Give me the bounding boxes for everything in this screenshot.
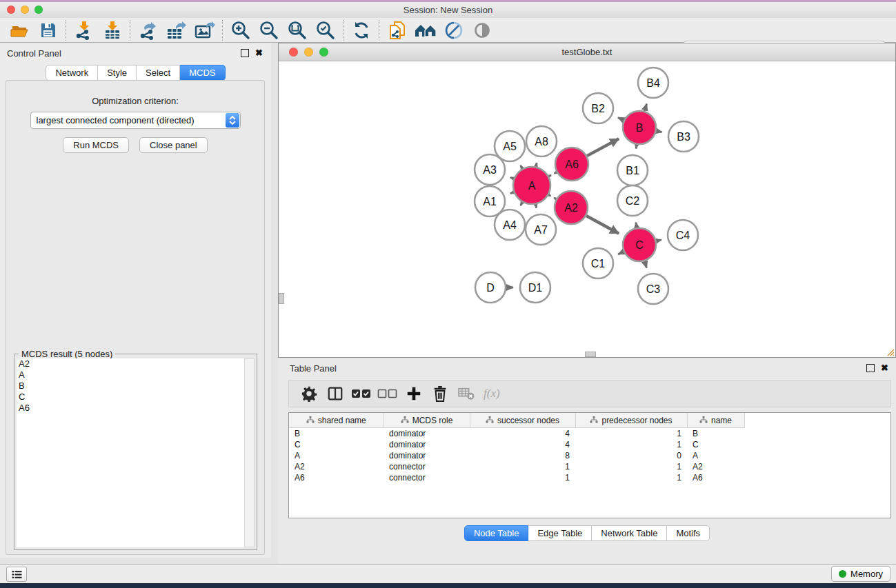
add-column-icon[interactable] — [402, 383, 426, 404]
edge-A-A8[interactable] — [536, 163, 537, 166]
column-header-predecessor-nodes[interactable]: predecessor nodes — [575, 413, 687, 428]
result-item-a6[interactable]: A6 — [17, 403, 245, 414]
result-item-a[interactable]: A — [17, 369, 245, 381]
cell-name[interactable]: C — [687, 439, 744, 450]
new-network-from-selection-icon[interactable] — [383, 19, 411, 41]
cell-MCDS-role[interactable]: dominator — [384, 439, 470, 450]
delete-columns-icon[interactable] — [428, 383, 452, 404]
edge-A-A3[interactable] — [510, 177, 514, 179]
cell-successor-nodes[interactable]: 4 — [470, 428, 575, 440]
column-header-successor-nodes[interactable]: successor nodes — [470, 413, 575, 428]
float-panel-icon[interactable] — [241, 49, 249, 57]
edge-A-A6[interactable] — [549, 175, 551, 176]
first-neighbors-icon[interactable] — [411, 19, 439, 41]
edge-A-A4[interactable] — [521, 202, 523, 205]
result-item-a2[interactable]: A2 — [17, 358, 245, 369]
edge-B-B3[interactable] — [656, 131, 661, 132]
cell-name[interactable]: A2 — [687, 461, 744, 472]
cell-predecessor-nodes[interactable]: 1 — [575, 472, 687, 483]
edge-B-B1[interactable] — [636, 145, 637, 149]
tab-network-table[interactable]: Network Table — [592, 525, 667, 541]
cell-predecessor-nodes[interactable]: 1 — [575, 439, 687, 450]
cell-predecessor-nodes[interactable]: 1 — [575, 428, 687, 440]
zoom-out-icon[interactable] — [255, 19, 283, 41]
cell-name[interactable]: B — [687, 428, 744, 440]
save-session-icon[interactable] — [34, 19, 62, 41]
task-history-button[interactable] — [6, 567, 27, 582]
memory-button[interactable]: Memory — [831, 566, 890, 582]
delete-table-icon[interactable] — [455, 383, 478, 404]
cell-shared-name[interactable]: A — [289, 450, 384, 461]
cell-shared-name[interactable]: A2 — [289, 461, 384, 472]
close-panel-button[interactable]: Close panel — [139, 137, 208, 153]
network-window-titlebar[interactable]: testGlobe.txt — [279, 43, 895, 61]
cell-predecessor-nodes[interactable]: 1 — [575, 461, 687, 472]
tab-mcds[interactable]: MCDS — [180, 65, 225, 81]
cell-name[interactable]: A6 — [687, 472, 744, 483]
criterion-dropdown[interactable]: largest connected component (directed) — [30, 112, 241, 129]
import-network-icon[interactable] — [70, 19, 98, 41]
cell-shared-name[interactable]: C — [289, 439, 384, 450]
zoom-fit-icon[interactable] — [283, 19, 311, 41]
result-item-c[interactable]: C — [17, 392, 245, 403]
refresh-layout-icon[interactable] — [347, 19, 375, 41]
cell-predecessor-nodes[interactable]: 0 — [575, 450, 687, 461]
zoom-selected-icon[interactable] — [311, 19, 339, 41]
cell-MCDS-role[interactable]: connector — [384, 461, 470, 472]
vertical-scrollbar-thumb[interactable] — [279, 293, 284, 304]
table-row[interactable]: Adominator80A — [289, 450, 890, 461]
result-scrollbar[interactable] — [244, 358, 255, 547]
mcds-result-list[interactable]: A2ABCA6 — [17, 358, 245, 547]
column-header-shared-name[interactable]: shared name — [289, 413, 384, 428]
table-panel-layout-icon[interactable] — [323, 383, 347, 404]
select-all-icon[interactable] — [350, 383, 373, 404]
export-image-icon[interactable] — [190, 19, 219, 41]
deselect-all-icon[interactable] — [376, 383, 399, 404]
edge-C-C4[interactable] — [656, 240, 661, 241]
resize-grip[interactable] — [885, 347, 895, 356]
cell-MCDS-role[interactable]: dominator — [384, 450, 470, 461]
edge-A-A7[interactable] — [536, 204, 537, 207]
cell-successor-nodes[interactable]: 8 — [470, 450, 575, 461]
edge-C-C3[interactable] — [644, 261, 646, 268]
table-row[interactable]: A2connector11A2 — [289, 461, 890, 472]
edge-A6-A[interactable] — [555, 172, 557, 174]
open-file-icon[interactable] — [6, 19, 34, 41]
cell-shared-name[interactable]: B — [289, 428, 384, 440]
cell-successor-nodes[interactable]: 1 — [470, 472, 575, 483]
table-row[interactable]: Cdominator41C — [289, 439, 890, 450]
tab-select[interactable]: Select — [137, 65, 180, 81]
tab-motifs[interactable]: Motifs — [667, 525, 710, 541]
tab-style[interactable]: Style — [98, 65, 137, 81]
edge-C-C2[interactable] — [636, 223, 637, 228]
cell-MCDS-role[interactable]: connector — [384, 472, 470, 483]
tab-network[interactable]: Network — [46, 65, 98, 81]
hide-selected-icon[interactable] — [439, 19, 468, 41]
import-table-icon[interactable] — [98, 19, 126, 41]
zoom-in-icon[interactable] — [226, 19, 255, 41]
edge-A2-C[interactable] — [586, 216, 619, 234]
cell-successor-nodes[interactable]: 4 — [470, 439, 575, 450]
function-builder-icon[interactable]: f(x) — [484, 387, 500, 401]
table-row[interactable]: A6connector11A6 — [289, 472, 890, 483]
table-row[interactable]: Bdominator41B — [289, 428, 890, 440]
column-header-MCDS-role[interactable]: MCDS role — [384, 413, 470, 428]
table-options-icon[interactable] — [297, 383, 321, 404]
float-table-panel-icon[interactable] — [866, 364, 875, 372]
edge-C-C1[interactable] — [618, 252, 624, 254]
close-panel-icon[interactable]: ✖ — [255, 48, 263, 58]
edge-A-A1[interactable] — [510, 192, 514, 194]
close-table-panel-icon[interactable]: ✖ — [881, 363, 888, 373]
edge-A-A5[interactable] — [521, 165, 523, 169]
network-canvas[interactable]: B4B2BB3A5A8A6A3B1AA1C2A2A4A7CC4C1C3DD1 — [279, 61, 895, 357]
export-table-icon[interactable] — [162, 19, 190, 41]
show-all-icon[interactable] — [468, 19, 496, 41]
edge-B-B4[interactable] — [644, 104, 646, 112]
cell-shared-name[interactable]: A6 — [289, 472, 384, 483]
tab-edge-table[interactable]: Edge Table — [528, 525, 592, 541]
cell-MCDS-role[interactable]: dominator — [384, 428, 470, 440]
edge-B-B2[interactable] — [618, 118, 624, 121]
result-item-b[interactable]: B — [17, 381, 245, 392]
edge-A-A2[interactable] — [548, 195, 550, 196]
cell-name[interactable]: A — [687, 450, 744, 461]
